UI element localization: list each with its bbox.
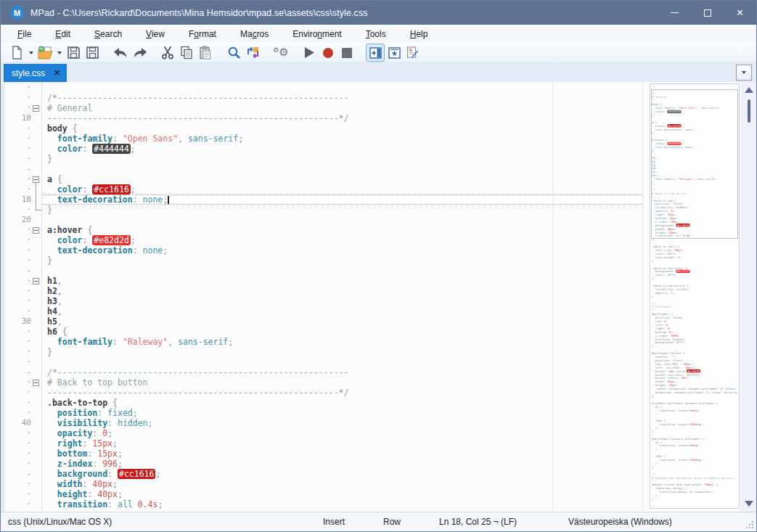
gutter-line[interactable]: · (5, 306, 41, 316)
gutter-line[interactable]: · (5, 296, 41, 306)
gutter-line[interactable]: · (5, 388, 41, 398)
gutter-line[interactable]: · (5, 327, 41, 337)
new-file-button[interactable] (7, 44, 26, 62)
copy-button[interactable] (177, 44, 196, 62)
gutter-line[interactable]: · (5, 337, 41, 347)
gutter-line[interactable]: · (5, 154, 41, 164)
gutter-line[interactable]: · (5, 144, 41, 154)
fold-toggle-icon[interactable] (33, 227, 39, 234)
replace-button[interactable] (243, 44, 262, 62)
save-button[interactable] (64, 44, 83, 62)
gutter-line[interactable]: · (5, 499, 41, 510)
gutter-line[interactable]: - (5, 266, 41, 276)
scroll-down-icon[interactable] (745, 501, 753, 507)
close-button[interactable]: ✕ (724, 1, 756, 25)
maximize-button[interactable] (691, 1, 724, 25)
gutter-line[interactable]: · (5, 286, 41, 296)
gutter-line[interactable]: · (5, 489, 41, 499)
macros-button[interactable]: ⚙⚙ (271, 44, 290, 62)
gutter-line[interactable]: - (5, 164, 41, 174)
save-all-button[interactable] (83, 44, 102, 62)
gutter-line[interactable]: · (5, 103, 41, 113)
minimize-icon (671, 12, 679, 13)
app-logo-icon: M (10, 6, 24, 20)
gutter-line[interactable]: · (5, 235, 41, 245)
gutter-line[interactable]: · (5, 398, 41, 408)
fold-toggle-icon[interactable] (33, 380, 39, 386)
redo-icon (132, 46, 147, 59)
menu-macros[interactable]: Macros (232, 26, 277, 42)
menu-format[interactable]: Format (181, 26, 224, 42)
fold-toggle-icon[interactable] (33, 105, 39, 112)
resize-grip[interactable] (745, 520, 754, 529)
gutter-line[interactable]: · (5, 357, 41, 367)
gutter-line[interactable]: · (5, 123, 41, 134)
fold-toggle-icon[interactable] (33, 278, 39, 285)
gutter-line[interactable]: · (5, 225, 41, 235)
gutter-line[interactable]: - (5, 469, 41, 479)
status-selection-mode[interactable]: Row (383, 517, 401, 527)
line-number: - (7, 266, 31, 276)
gutter-line[interactable]: · (5, 347, 41, 357)
fold-toggle-icon[interactable] (33, 176, 39, 183)
status-insert-mode[interactable]: Insert (323, 517, 345, 527)
gutter-line[interactable]: · (5, 479, 41, 489)
open-file-dropdown[interactable] (54, 44, 64, 62)
menu-environment[interactable]: Environment (285, 26, 349, 42)
minimap-viewport-indicator[interactable] (651, 89, 738, 239)
gutter-line[interactable]: - (5, 367, 41, 377)
menu-search[interactable]: Search (86, 26, 130, 42)
gutter-line[interactable]: · (5, 255, 41, 266)
menu-edit[interactable]: Edit (47, 26, 78, 42)
tab-list-dropdown[interactable] (736, 65, 752, 81)
gutter-line[interactable]: · (5, 245, 41, 255)
gutter-line[interactable]: · (5, 134, 41, 144)
redo-button[interactable] (130, 44, 149, 62)
vertical-scrollbar[interactable] (741, 82, 756, 512)
paste-button[interactable] (196, 44, 215, 62)
side-panel-toggle-button[interactable] (366, 44, 385, 62)
line-number: · (7, 428, 31, 438)
scroll-up-icon[interactable] (745, 87, 753, 93)
gutter[interactable]: ···10····-··18·20····-····30····-····40·… (5, 83, 41, 510)
gutter-line[interactable]: · (5, 93, 41, 103)
menu-file[interactable]: File (9, 26, 39, 42)
gutter-line[interactable]: · (5, 377, 41, 388)
edit-syntax-button[interactable] (404, 44, 422, 62)
tab-style-css[interactable]: style.css ✕ (4, 64, 67, 82)
scrollbar-thumb[interactable] (748, 99, 750, 123)
gutter-line[interactable]: · (5, 438, 41, 449)
record-button[interactable] (319, 44, 337, 62)
new-file-dropdown[interactable] (26, 44, 36, 62)
status-encoding[interactable]: Västeuropeiska (Windows) (568, 517, 672, 527)
preview-panel-button[interactable] (385, 44, 404, 62)
gutter-line[interactable]: · (5, 408, 41, 418)
find-button[interactable] (224, 44, 243, 62)
line-number: 10 (7, 113, 31, 123)
replace-icon (246, 46, 260, 60)
tab-close-icon[interactable]: ✕ (54, 69, 60, 77)
menu-tools[interactable]: Tools (358, 26, 394, 42)
menu-view[interactable]: View (138, 26, 173, 42)
undo-button[interactable] (111, 44, 130, 62)
stop-button[interactable] (337, 44, 356, 62)
editor-area: ···10····-··18·20····-····30····-····40·… (1, 82, 756, 512)
gutter-line[interactable]: · (5, 276, 41, 286)
status-doc-type[interactable]: css (Unix/Linux/Mac OS X) (8, 517, 112, 527)
gutter-line[interactable]: 10 (5, 113, 41, 123)
gutter-line[interactable]: 30 (5, 316, 41, 327)
gutter-line[interactable]: · (5, 428, 41, 438)
gutter-line[interactable]: · (5, 83, 41, 93)
menu-help[interactable]: Help (402, 26, 436, 42)
gutter-line[interactable]: 40 (5, 418, 41, 428)
text-caret (168, 196, 169, 204)
run-button[interactable] (300, 44, 319, 62)
gutter-line[interactable]: · (5, 449, 41, 459)
status-cursor-position[interactable]: Ln 18, Col 25 ¬ (LF) (439, 517, 517, 527)
minimap[interactable]: *//*# General*/body { font-family: "Open… (650, 83, 740, 509)
gutter-line[interactable]: 20 (5, 215, 41, 225)
gutter-line[interactable]: · (5, 459, 41, 469)
cut-button[interactable] (158, 44, 177, 62)
open-file-button[interactable] (36, 44, 54, 62)
minimize-button[interactable] (658, 1, 691, 25)
